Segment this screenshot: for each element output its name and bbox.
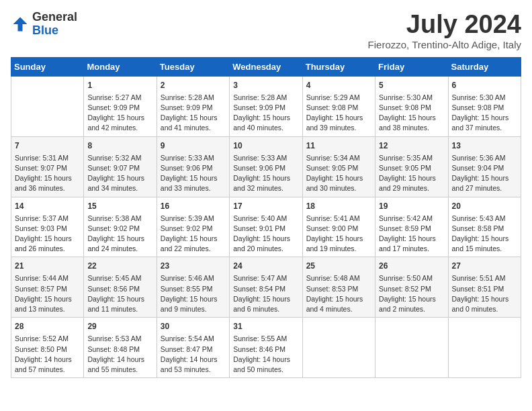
calendar-day: 26Sunrise: 5:50 AM Sunset: 8:52 PM Dayli… xyxy=(375,257,448,318)
day-info: Sunrise: 5:43 AM Sunset: 8:58 PM Dayligh… xyxy=(452,214,517,255)
day-number: 26 xyxy=(379,260,444,272)
day-info: Sunrise: 5:33 AM Sunset: 9:06 PM Dayligh… xyxy=(161,153,226,194)
svg-marker-0 xyxy=(13,17,28,31)
day-number: 8 xyxy=(87,140,152,152)
calendar-day: 5Sunrise: 5:30 AM Sunset: 9:08 PM Daylig… xyxy=(375,76,448,136)
calendar-week-3: 14Sunrise: 5:37 AM Sunset: 9:03 PM Dayli… xyxy=(11,197,521,257)
calendar-day xyxy=(302,318,375,378)
day-info: Sunrise: 5:45 AM Sunset: 8:56 PM Dayligh… xyxy=(87,273,152,314)
calendar-day: 28Sunrise: 5:52 AM Sunset: 8:50 PM Dayli… xyxy=(11,318,84,378)
calendar-week-5: 28Sunrise: 5:52 AM Sunset: 8:50 PM Dayli… xyxy=(11,318,521,378)
day-number: 19 xyxy=(379,200,444,212)
calendar-table: SundayMondayTuesdayWednesdayThursdayFrid… xyxy=(11,57,521,378)
day-number: 9 xyxy=(161,140,226,152)
calendar-day: 13Sunrise: 5:36 AM Sunset: 9:04 PM Dayli… xyxy=(448,136,521,197)
calendar-day: 24Sunrise: 5:47 AM Sunset: 8:54 PM Dayli… xyxy=(230,257,302,318)
calendar-day: 3Sunrise: 5:28 AM Sunset: 9:09 PM Daylig… xyxy=(230,76,302,136)
calendar-day: 30Sunrise: 5:54 AM Sunset: 8:47 PM Dayli… xyxy=(157,318,229,378)
day-info: Sunrise: 5:33 AM Sunset: 9:06 PM Dayligh… xyxy=(233,153,298,194)
day-number: 29 xyxy=(87,320,152,332)
day-info: Sunrise: 5:32 AM Sunset: 9:07 PM Dayligh… xyxy=(87,153,152,194)
calendar-day: 22Sunrise: 5:45 AM Sunset: 8:56 PM Dayli… xyxy=(84,257,157,318)
day-info: Sunrise: 5:51 AM Sunset: 8:51 PM Dayligh… xyxy=(452,273,517,314)
calendar-day: 25Sunrise: 5:48 AM Sunset: 8:53 PM Dayli… xyxy=(302,257,375,318)
day-number: 21 xyxy=(15,260,80,272)
day-number: 5 xyxy=(379,79,444,91)
calendar-day: 10Sunrise: 5:33 AM Sunset: 9:06 PM Dayli… xyxy=(230,136,302,197)
day-info: Sunrise: 5:44 AM Sunset: 8:57 PM Dayligh… xyxy=(15,273,80,314)
day-number: 22 xyxy=(87,260,152,272)
weekday-header-tuesday: Tuesday xyxy=(157,57,229,76)
calendar-day: 17Sunrise: 5:40 AM Sunset: 9:01 PM Dayli… xyxy=(230,197,302,257)
day-number: 17 xyxy=(233,200,298,212)
calendar-day: 15Sunrise: 5:38 AM Sunset: 9:02 PM Dayli… xyxy=(84,197,157,257)
day-number: 16 xyxy=(161,200,226,212)
day-info: Sunrise: 5:42 AM Sunset: 8:59 PM Dayligh… xyxy=(379,214,444,255)
day-info: Sunrise: 5:53 AM Sunset: 8:48 PM Dayligh… xyxy=(87,334,152,375)
day-number: 4 xyxy=(306,79,371,91)
day-number: 28 xyxy=(15,320,80,332)
day-info: Sunrise: 5:27 AM Sunset: 9:09 PM Dayligh… xyxy=(87,93,152,134)
subtitle: Fierozzo, Trentino-Alto Adige, Italy xyxy=(368,39,521,50)
day-number: 2 xyxy=(161,79,226,91)
page-header: General Blue July 2024 Fierozzo, Trentin… xyxy=(11,11,521,50)
calendar-day: 23Sunrise: 5:46 AM Sunset: 8:55 PM Dayli… xyxy=(157,257,229,318)
day-info: Sunrise: 5:29 AM Sunset: 9:08 PM Dayligh… xyxy=(306,93,371,134)
day-number: 3 xyxy=(233,79,298,91)
weekday-header-friday: Friday xyxy=(375,57,448,76)
day-info: Sunrise: 5:55 AM Sunset: 8:46 PM Dayligh… xyxy=(233,334,298,375)
main-title: July 2024 xyxy=(368,11,521,39)
logo: General Blue xyxy=(11,11,77,38)
day-info: Sunrise: 5:52 AM Sunset: 8:50 PM Dayligh… xyxy=(15,334,80,375)
weekday-header-thursday: Thursday xyxy=(302,57,375,76)
calendar-day: 20Sunrise: 5:43 AM Sunset: 8:58 PM Dayli… xyxy=(448,197,521,257)
day-info: Sunrise: 5:34 AM Sunset: 9:05 PM Dayligh… xyxy=(306,153,371,194)
calendar-week-2: 7Sunrise: 5:31 AM Sunset: 9:07 PM Daylig… xyxy=(11,136,521,197)
day-info: Sunrise: 5:28 AM Sunset: 9:09 PM Dayligh… xyxy=(161,93,226,134)
day-number: 14 xyxy=(15,200,80,212)
title-block: July 2024 Fierozzo, Trentino-Alto Adige,… xyxy=(368,11,521,50)
calendar-day: 4Sunrise: 5:29 AM Sunset: 9:08 PM Daylig… xyxy=(302,76,375,136)
calendar-day: 29Sunrise: 5:53 AM Sunset: 8:48 PM Dayli… xyxy=(84,318,157,378)
day-number: 13 xyxy=(452,140,517,152)
day-number: 12 xyxy=(379,140,444,152)
calendar-day: 31Sunrise: 5:55 AM Sunset: 8:46 PM Dayli… xyxy=(230,318,302,378)
day-info: Sunrise: 5:48 AM Sunset: 8:53 PM Dayligh… xyxy=(306,273,371,314)
calendar-day: 1Sunrise: 5:27 AM Sunset: 9:09 PM Daylig… xyxy=(84,76,157,136)
calendar-day: 16Sunrise: 5:39 AM Sunset: 9:02 PM Dayli… xyxy=(157,197,229,257)
day-info: Sunrise: 5:50 AM Sunset: 8:52 PM Dayligh… xyxy=(379,273,444,314)
weekday-header-monday: Monday xyxy=(84,57,157,76)
calendar-day: 21Sunrise: 5:44 AM Sunset: 8:57 PM Dayli… xyxy=(11,257,84,318)
calendar-day xyxy=(11,76,84,136)
logo-text: General Blue xyxy=(32,11,77,38)
day-number: 31 xyxy=(233,320,298,332)
calendar-week-4: 21Sunrise: 5:44 AM Sunset: 8:57 PM Dayli… xyxy=(11,257,521,318)
calendar-day: 18Sunrise: 5:41 AM Sunset: 9:00 PM Dayli… xyxy=(302,197,375,257)
calendar-day: 2Sunrise: 5:28 AM Sunset: 9:09 PM Daylig… xyxy=(157,76,229,136)
calendar-day: 19Sunrise: 5:42 AM Sunset: 8:59 PM Dayli… xyxy=(375,197,448,257)
calendar-day: 7Sunrise: 5:31 AM Sunset: 9:07 PM Daylig… xyxy=(11,136,84,197)
day-number: 20 xyxy=(452,200,517,212)
day-info: Sunrise: 5:46 AM Sunset: 8:55 PM Dayligh… xyxy=(161,273,226,314)
day-number: 27 xyxy=(452,260,517,272)
day-number: 25 xyxy=(306,260,371,272)
day-info: Sunrise: 5:39 AM Sunset: 9:02 PM Dayligh… xyxy=(161,214,226,255)
day-info: Sunrise: 5:30 AM Sunset: 9:08 PM Dayligh… xyxy=(379,93,444,134)
day-number: 24 xyxy=(233,260,298,272)
weekday-header-saturday: Saturday xyxy=(448,57,521,76)
day-info: Sunrise: 5:47 AM Sunset: 8:54 PM Dayligh… xyxy=(233,273,298,314)
day-number: 11 xyxy=(306,140,371,152)
calendar-day: 27Sunrise: 5:51 AM Sunset: 8:51 PM Dayli… xyxy=(448,257,521,318)
day-number: 1 xyxy=(87,79,152,91)
day-number: 15 xyxy=(87,200,152,212)
day-info: Sunrise: 5:30 AM Sunset: 9:08 PM Dayligh… xyxy=(452,93,517,134)
calendar-day: 14Sunrise: 5:37 AM Sunset: 9:03 PM Dayli… xyxy=(11,197,84,257)
calendar-day: 9Sunrise: 5:33 AM Sunset: 9:06 PM Daylig… xyxy=(157,136,229,197)
calendar-day: 6Sunrise: 5:30 AM Sunset: 9:08 PM Daylig… xyxy=(448,76,521,136)
day-info: Sunrise: 5:35 AM Sunset: 9:05 PM Dayligh… xyxy=(379,153,444,194)
day-info: Sunrise: 5:37 AM Sunset: 9:03 PM Dayligh… xyxy=(15,214,80,255)
calendar-day xyxy=(375,318,448,378)
day-info: Sunrise: 5:41 AM Sunset: 9:00 PM Dayligh… xyxy=(306,214,371,255)
day-number: 6 xyxy=(452,79,517,91)
calendar-day: 12Sunrise: 5:35 AM Sunset: 9:05 PM Dayli… xyxy=(375,136,448,197)
